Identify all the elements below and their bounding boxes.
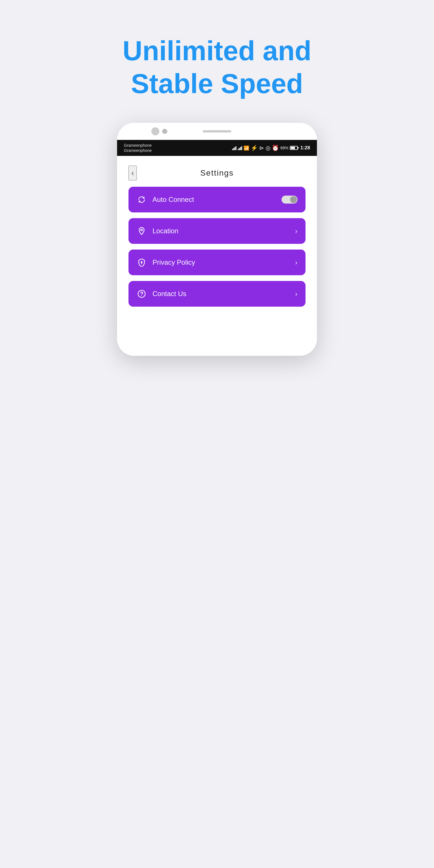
svg-point-0 bbox=[141, 229, 143, 231]
hero-title-line1: Unilimited and bbox=[123, 35, 311, 66]
auto-connect-label: Auto Connect bbox=[152, 195, 194, 204]
location-icon bbox=[136, 226, 147, 236]
svg-point-4 bbox=[141, 296, 142, 296]
page-title: Unilimited and Stable Speed bbox=[123, 34, 311, 100]
auto-connect-item[interactable]: Auto Connect bbox=[128, 187, 306, 212]
usb-icon: ⚡ bbox=[251, 145, 258, 151]
signal-icon2 bbox=[238, 146, 242, 150]
contact-us-left: Contact Us bbox=[136, 289, 186, 299]
alarm-icon: ⏰ bbox=[272, 145, 279, 151]
hero-title-line2: Stable Speed bbox=[131, 68, 303, 99]
status-bar: Grameenphone Grameenphone 📶 ⚡ ⊳ ◎ ⏰ 68% bbox=[117, 140, 317, 156]
contact-us-item[interactable]: Contact Us › bbox=[128, 281, 306, 307]
wifi-icon: 📶 bbox=[244, 145, 249, 151]
phone-mockup: Grameenphone Grameenphone 📶 ⚡ ⊳ ◎ ⏰ 68% bbox=[117, 123, 317, 356]
privacy-policy-chevron: › bbox=[295, 258, 298, 267]
location-label: Location bbox=[152, 227, 179, 235]
status-icons: 📶 ⚡ ⊳ ◎ ⏰ 68% 1:28 bbox=[232, 145, 310, 151]
contact-us-chevron: › bbox=[295, 289, 298, 299]
privacy-policy-left: Privacy Policy bbox=[136, 257, 195, 268]
signal-icon bbox=[232, 146, 237, 150]
shield-icon bbox=[136, 257, 147, 268]
location-item[interactable]: Location › bbox=[128, 218, 306, 244]
app-content: ‹ Settings Auto Connect bbox=[117, 156, 317, 356]
app-title: Settings bbox=[200, 168, 234, 178]
contact-us-label: Contact Us bbox=[152, 290, 186, 298]
auto-connect-left: Auto Connect bbox=[136, 194, 194, 205]
battery-icon bbox=[290, 146, 298, 150]
privacy-policy-label: Privacy Policy bbox=[152, 258, 195, 267]
auto-connect-toggle[interactable] bbox=[282, 195, 298, 204]
cast-icon: ⊳ bbox=[259, 145, 264, 151]
carrier-name: Grameenphone bbox=[124, 143, 152, 148]
phone-top-bar bbox=[117, 123, 317, 140]
time-display: 1:28 bbox=[300, 145, 310, 151]
carrier-name2: Grameenphone bbox=[124, 148, 152, 153]
eye-icon: ◎ bbox=[266, 145, 270, 151]
battery-percent: 68% bbox=[280, 146, 288, 150]
carrier-info: Grameenphone Grameenphone bbox=[124, 143, 152, 153]
location-chevron: › bbox=[295, 227, 298, 236]
sync-icon bbox=[136, 194, 147, 205]
privacy-policy-item[interactable]: Privacy Policy › bbox=[128, 250, 306, 275]
phone-camera bbox=[151, 127, 159, 135]
phone-dots bbox=[162, 129, 167, 134]
settings-list: Auto Connect Location › bbox=[128, 187, 306, 307]
phone-speaker bbox=[203, 130, 231, 132]
location-left: Location bbox=[136, 226, 179, 236]
back-button[interactable]: ‹ bbox=[128, 165, 137, 181]
help-icon bbox=[136, 289, 147, 299]
app-header: ‹ Settings bbox=[128, 162, 306, 187]
